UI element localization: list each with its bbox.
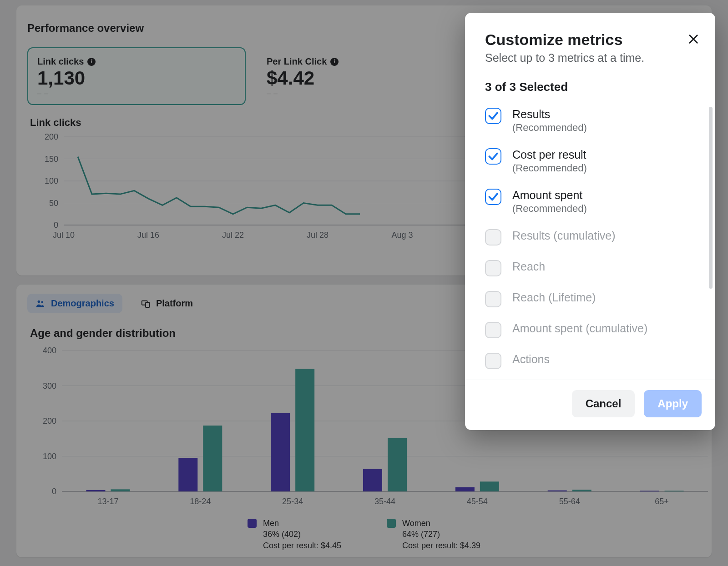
metric-option-label: Results (512, 108, 587, 121)
close-icon (687, 33, 700, 45)
metric-checkbox (485, 291, 501, 307)
metric-option[interactable]: Results(Recommended) (485, 100, 700, 141)
metric-checkbox (485, 353, 501, 369)
metric-option: Amount spent (cumulative) (485, 315, 700, 346)
metric-option: Reach (Lifetime) (485, 284, 700, 315)
metric-option[interactable]: Cost per result(Recommended) (485, 141, 700, 181)
metric-checkbox (485, 322, 501, 338)
metric-option: Results (cumulative) (485, 222, 700, 253)
metric-option-sub: (Recommended) (512, 122, 587, 134)
metric-checkbox (485, 229, 501, 245)
metric-checkbox[interactable] (485, 148, 501, 165)
cancel-button[interactable]: Cancel (572, 390, 635, 417)
check-icon (487, 191, 499, 203)
metric-checkbox[interactable] (485, 108, 501, 124)
close-button[interactable] (687, 33, 700, 47)
modal-subtitle: Select up to 3 metrics at a time. (485, 51, 695, 65)
metric-option-label: Reach (Lifetime) (512, 291, 596, 304)
apply-button[interactable]: Apply (644, 390, 702, 417)
metric-option-label: Amount spent (cumulative) (512, 322, 647, 335)
customize-metrics-modal: Customize metrics Select up to 3 metrics… (465, 13, 715, 430)
check-icon (487, 110, 499, 122)
metric-option-label: Amount spent (512, 189, 587, 202)
metric-option-label: Reach (512, 260, 545, 273)
metric-checkbox[interactable] (485, 189, 501, 205)
metric-option-label: Cost per result (512, 148, 587, 161)
metric-option-sub: (Recommended) (512, 162, 587, 174)
metric-options-list: Results(Recommended)Cost per result(Reco… (465, 98, 715, 380)
metric-option-label: Results (cumulative) (512, 229, 615, 242)
metric-option-sub: (Recommended) (512, 203, 587, 215)
metric-option[interactable]: Amount spent(Recommended) (485, 181, 700, 222)
modal-title: Customize metrics (485, 31, 695, 49)
metric-option-label: Actions (512, 353, 550, 366)
scrollbar[interactable] (709, 107, 713, 361)
metric-checkbox (485, 260, 501, 276)
metric-option: Reach (485, 253, 700, 284)
selected-count: 3 of 3 Selected (465, 72, 715, 98)
check-icon (487, 150, 499, 162)
metric-option: Actions (485, 346, 700, 376)
